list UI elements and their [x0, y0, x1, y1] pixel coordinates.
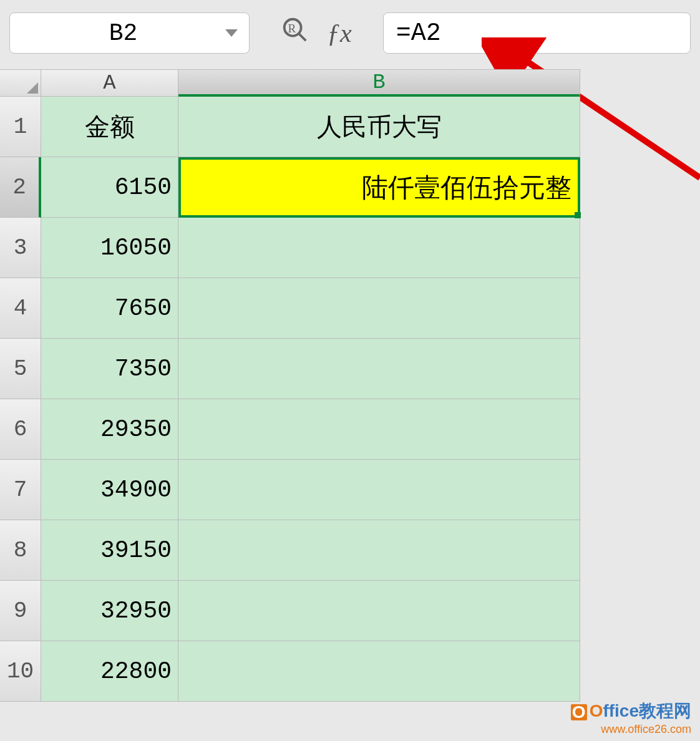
- cell-a3[interactable]: 16050: [41, 218, 178, 278]
- cell-b5[interactable]: [178, 339, 580, 399]
- row-header-5[interactable]: 5: [0, 339, 41, 399]
- cell-a1[interactable]: 金额: [41, 97, 178, 157]
- cell-b9[interactable]: [178, 581, 580, 641]
- cell-a10[interactable]: 22800: [41, 641, 178, 702]
- row-header-6[interactable]: 6: [0, 399, 41, 460]
- svg-line-1: [299, 34, 306, 41]
- grid-row: 6 29350: [0, 399, 700, 460]
- name-box[interactable]: B2: [9, 12, 250, 54]
- svg-text:R: R: [288, 22, 296, 35]
- office-logo-icon: O: [571, 704, 587, 720]
- grid-row: 9 32950: [0, 581, 700, 641]
- grid-row: 8 39150: [0, 520, 700, 581]
- cell-a9[interactable]: 32950: [41, 581, 178, 641]
- cell-a7[interactable]: 34900: [41, 460, 178, 520]
- cell-b8[interactable]: [178, 520, 580, 581]
- grid-row: 1 金额 人民币大写: [0, 97, 700, 157]
- watermark-brand: OOffice教程网: [571, 699, 691, 723]
- formula-toolbar: B2 R ƒx =A2: [0, 0, 700, 69]
- row-header-4[interactable]: 4: [0, 278, 41, 339]
- spreadsheet-grid: A B 1 金额 人民币大写 2 6150 陆仟壹佰伍拾元整 3 16050 4…: [0, 69, 700, 702]
- cell-b2[interactable]: 陆仟壹佰伍拾元整: [178, 157, 580, 218]
- watermark: OOffice教程网 www.office26.com: [571, 699, 691, 736]
- cell-b3[interactable]: [178, 218, 580, 278]
- cell-b7[interactable]: [178, 460, 580, 520]
- cell-a6[interactable]: 29350: [41, 399, 178, 460]
- grid-row: 5 7350: [0, 339, 700, 399]
- row-header-10[interactable]: 10: [0, 641, 41, 702]
- grid-row: 2 6150 陆仟壹佰伍拾元整: [0, 157, 700, 218]
- cell-b10[interactable]: [178, 641, 580, 702]
- row-header-1[interactable]: 1: [0, 97, 41, 157]
- cell-a5[interactable]: 7350: [41, 339, 178, 399]
- cell-b1[interactable]: 人民币大写: [178, 97, 580, 157]
- cell-b6[interactable]: [178, 399, 580, 460]
- cell-b4[interactable]: [178, 278, 580, 339]
- column-header-b[interactable]: B: [178, 69, 580, 97]
- row-header-9[interactable]: 9: [0, 581, 41, 641]
- grid-row: 7 34900: [0, 460, 700, 520]
- cell-a2[interactable]: 6150: [41, 157, 178, 218]
- fx-icon[interactable]: ƒx: [327, 18, 352, 48]
- grid-row: 10 22800: [0, 641, 700, 702]
- select-all-corner[interactable]: [0, 69, 41, 97]
- column-header-a[interactable]: A: [41, 69, 178, 97]
- toolbar-center: R ƒx: [281, 16, 352, 51]
- formula-bar-value: =A2: [396, 19, 441, 47]
- zoom-icon[interactable]: R: [281, 16, 309, 51]
- row-header-7[interactable]: 7: [0, 460, 41, 520]
- name-box-value: B2: [21, 20, 225, 47]
- row-header-3[interactable]: 3: [0, 218, 41, 278]
- chevron-down-icon[interactable]: [225, 29, 238, 37]
- grid-row: 4 7650: [0, 278, 700, 339]
- watermark-url: www.office26.com: [571, 723, 691, 736]
- cell-a8[interactable]: 39150: [41, 520, 178, 581]
- row-header-2[interactable]: 2: [0, 157, 41, 218]
- column-headers: A B: [0, 69, 700, 97]
- row-header-8[interactable]: 8: [0, 520, 41, 581]
- grid-row: 3 16050: [0, 218, 700, 278]
- cell-a4[interactable]: 7650: [41, 278, 178, 339]
- formula-bar[interactable]: =A2: [383, 12, 691, 54]
